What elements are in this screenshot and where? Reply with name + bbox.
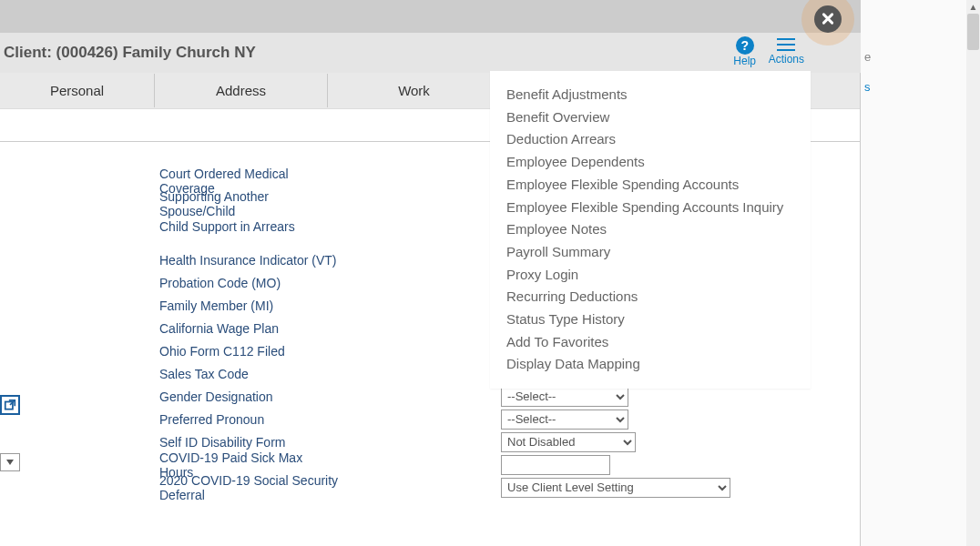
menu-employee-notes[interactable]: Employee Notes [506,218,794,241]
menu-deduction-arrears[interactable]: Deduction Arrears [506,128,794,151]
help-button[interactable]: ? Help [733,36,756,67]
menu-efsa[interactable]: Employee Flexible Spending Accounts [506,174,794,197]
scroll-thumb[interactable] [967,14,979,50]
title-strip [0,0,861,33]
label-supporting: Supporting Another Spouse/Child [0,189,337,218]
hamburger-icon [777,38,795,51]
right-sidebar: e s [861,0,980,546]
gender-select[interactable]: --Select-- [501,387,628,407]
label-sales-tax: Sales Tax Code [0,367,337,381]
label-health-vt: Health Insurance Indicator (VT) [0,253,337,268]
label-child-support: Child Support in Arrears [0,219,337,234]
menu-employee-dependents[interactable]: Employee Dependents [506,151,794,174]
label-ca-wage: California Wage Plan [0,321,337,336]
covid-ss-select[interactable]: Use Client Level Setting [501,478,730,498]
pronoun-select[interactable]: --Select-- [501,410,628,430]
covid-sick-input[interactable] [501,455,610,475]
menu-display-data-mapping[interactable]: Display Data Mapping [506,353,794,376]
scroll-up-arrow[interactable]: ▲ [966,0,980,14]
label-family-mi: Family Member (MI) [0,298,337,313]
menu-benefit-adjustments[interactable]: Benefit Adjustments [506,84,794,106]
popout-icon[interactable] [0,395,20,415]
label-gender: Gender Designation [0,389,337,404]
right-stub-s: s [864,80,871,94]
menu-proxy-login[interactable]: Proxy Login [506,264,794,287]
label-ohio-c112: Ohio Form C112 Filed [0,344,337,359]
header-bar: Client: (000426) Family Church NY ? Help… [0,33,861,73]
menu-status-type-history[interactable]: Status Type History [506,308,794,331]
label-pronoun: Preferred Pronoun [0,412,337,427]
stray-dropdown[interactable] [0,453,20,471]
right-stub-e: e [864,50,871,64]
self-id-select[interactable]: Not Disabled [501,432,636,452]
tab-address[interactable]: Address [155,74,328,107]
close-icon [814,5,842,33]
menu-efsa-inquiry[interactable]: Employee Flexible Spending Accounts Inqu… [506,197,794,219]
help-label: Help [733,55,756,67]
label-covid-ss: 2020 COVID-19 Social Security Deferral [0,473,346,502]
menu-add-favorites[interactable]: Add To Favorites [506,331,794,354]
actions-label: Actions [769,53,804,66]
menu-recurring-deductions[interactable]: Recurring Deductions [506,286,794,308]
actions-button[interactable]: Actions [769,36,804,66]
label-self-id: Self ID Disability Form [0,435,337,450]
help-icon: ? [736,36,754,55]
label-probation-mo: Probation Code (MO) [0,276,337,290]
actions-dropdown: Benefit Adjustments Benefit Overview Ded… [490,71,811,389]
menu-benefit-overview[interactable]: Benefit Overview [506,106,794,129]
menu-payroll-summary[interactable]: Payroll Summary [506,241,794,264]
tab-work[interactable]: Work [328,74,501,107]
client-title: Client: (000426) Family Church NY [4,44,256,62]
vertical-scrollbar[interactable]: ▲ [966,0,980,546]
tab-personal[interactable]: Personal [0,74,155,107]
